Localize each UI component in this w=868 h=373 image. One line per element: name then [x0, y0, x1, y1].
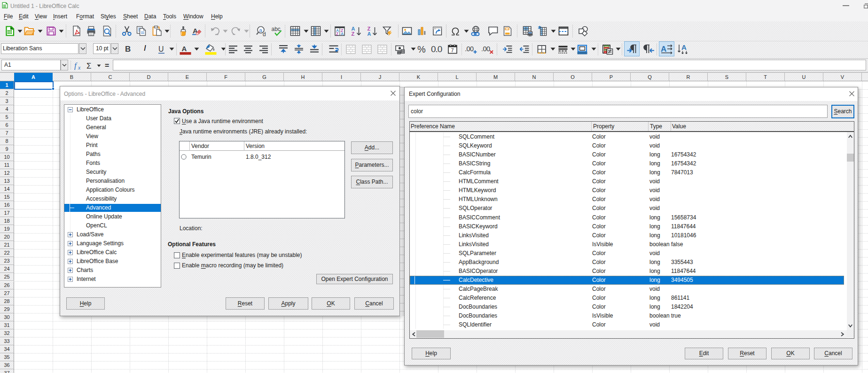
svg-text:d: d — [263, 31, 266, 37]
svg-text:A: A — [341, 31, 344, 36]
svg-text:a: a — [259, 27, 263, 33]
svg-text:A: A — [661, 45, 666, 54]
svg-text:A: A — [681, 43, 687, 51]
svg-text:Z: Z — [352, 31, 355, 37]
svg-text:7: 7 — [451, 47, 454, 53]
svg-text:f: f — [74, 61, 78, 70]
svg-text:U: U — [158, 45, 164, 53]
svg-text:.00: .00 — [465, 45, 474, 53]
svg-text:A: A — [182, 45, 187, 53]
svg-text:=: = — [105, 62, 109, 70]
svg-text:.00: .00 — [481, 45, 490, 53]
svg-text:Σ: Σ — [86, 62, 92, 70]
svg-text:x: x — [78, 64, 81, 70]
svg-text:abc: abc — [272, 26, 281, 32]
svg-text:Z: Z — [336, 31, 338, 36]
svg-text:A: A — [368, 31, 371, 37]
